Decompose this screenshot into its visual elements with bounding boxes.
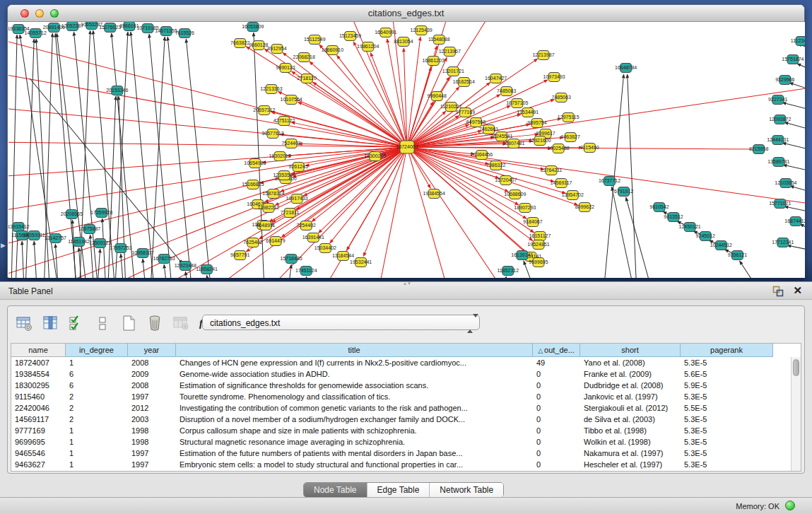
graph-node[interactable]: 9329966 bbox=[775, 76, 794, 85]
graph-node[interactable]: 12923448 bbox=[175, 262, 196, 271]
graph-node[interactable]: 9245012 bbox=[696, 232, 715, 241]
cell-in-degree[interactable]: 2 bbox=[66, 402, 128, 414]
cell-short[interactable]: Wolkin et al. (1998) bbox=[580, 436, 681, 448]
cell-year[interactable]: 2009 bbox=[128, 368, 176, 380]
cell-in-degree[interactable]: 6 bbox=[66, 368, 128, 380]
cell-pagerank[interactable]: 5.3E-5 bbox=[681, 436, 773, 448]
show-columns-icon[interactable] bbox=[41, 314, 59, 332]
graph-node[interactable]: 8099622 bbox=[575, 203, 594, 212]
cell-out-de-[interactable]: 0 bbox=[533, 402, 580, 414]
graph-node[interactable]: 9990448 bbox=[428, 92, 447, 101]
table-row[interactable]: 969969511998Structural magnetic resonanc… bbox=[11, 436, 801, 448]
graph-node[interactable]: 15112549 bbox=[304, 35, 326, 45]
graph-node[interactable]: 7663822 bbox=[230, 39, 249, 48]
cell-in-degree[interactable]: 6 bbox=[66, 380, 128, 391]
cell-in-degree[interactable]: 2 bbox=[66, 414, 128, 425]
graph-node[interactable]: 17957253 bbox=[110, 244, 131, 253]
cell-name[interactable]: 18724007 bbox=[11, 357, 66, 368]
cell-pagerank[interactable]: 5.5E-5 bbox=[681, 402, 773, 414]
column-header-short[interactable]: short bbox=[580, 344, 681, 357]
cell-year[interactable]: 1997 bbox=[128, 391, 176, 402]
cell-name[interactable]: 9777169 bbox=[11, 425, 66, 436]
graph-node[interactable]: 15123459 bbox=[339, 32, 361, 41]
graph-node[interactable]: 8215958 bbox=[749, 145, 768, 154]
split-pane-handle[interactable]: ▲▼ bbox=[403, 282, 409, 286]
table-row[interactable]: 946554611997Estimation of the future num… bbox=[11, 448, 801, 459]
cell-title[interactable]: Genome-wide association studies in ADHD. bbox=[176, 368, 533, 380]
graph-node[interactable]: 11123441 bbox=[791, 37, 805, 46]
cell-pagerank[interactable]: 5.3E-5 bbox=[681, 459, 773, 470]
cell-year[interactable]: 1998 bbox=[128, 436, 176, 448]
cell-out-de-[interactable]: 0 bbox=[533, 368, 580, 380]
delete-column-icon[interactable] bbox=[146, 314, 164, 332]
graph-node[interactable]: 7986322 bbox=[486, 161, 505, 170]
cell-pagerank[interactable]: 5.3E-5 bbox=[681, 414, 773, 425]
cell-out-de-[interactable]: 0 bbox=[533, 425, 580, 436]
cell-in-degree[interactable]: 1 bbox=[66, 448, 128, 459]
cell-name[interactable]: 9699695 bbox=[11, 436, 66, 448]
graph-node[interactable]: 42751122 bbox=[273, 117, 295, 126]
table-row[interactable]: 1830029562008Estimation of significance … bbox=[11, 380, 801, 391]
graph-node[interactable]: 11534491 bbox=[517, 108, 539, 117]
graph-node[interactable]: 18302012 bbox=[269, 152, 290, 161]
network-window-titlebar[interactable]: citations_edges.txt bbox=[8, 5, 804, 22]
graph-node[interactable]: 9261245 bbox=[289, 163, 308, 172]
cell-short[interactable]: Hescheler et al. (1997) bbox=[580, 459, 681, 470]
graph-node[interactable]: 13915412 bbox=[8, 223, 30, 232]
graph-node[interactable]: 12444131 bbox=[767, 136, 789, 145]
graph-node[interactable]: 19532441 bbox=[350, 258, 372, 267]
graph-node[interactable]: 12764211 bbox=[541, 166, 563, 175]
column-header-year[interactable]: year bbox=[128, 344, 176, 357]
graph-node[interactable]: 7485063 bbox=[551, 93, 570, 103]
cell-name[interactable]: 22420046 bbox=[11, 402, 66, 414]
cell-in-degree[interactable]: 1 bbox=[66, 357, 128, 368]
graph-node[interactable]: 17451124 bbox=[295, 267, 317, 276]
graph-node[interactable]: 19384554 bbox=[423, 189, 445, 199]
tab-node-table[interactable]: Node Table bbox=[304, 483, 367, 497]
cell-pagerank[interactable]: 5.3E-5 bbox=[681, 448, 773, 459]
table-selector-dropdown[interactable]: citations_edges.txt bbox=[202, 315, 480, 330]
cell-out-de-[interactable]: 0 bbox=[533, 459, 580, 470]
table-row[interactable]: 977716911998Corpus callosum shape and si… bbox=[11, 425, 801, 436]
cell-out-de-[interactable]: 0 bbox=[533, 448, 580, 459]
create-column-icon[interactable] bbox=[119, 314, 138, 332]
graph-node[interactable]: 15034402 bbox=[314, 244, 336, 253]
cell-title[interactable]: Estimation of significance thresholds fo… bbox=[176, 380, 533, 391]
cell-pagerank[interactable]: 5.3E-5 bbox=[681, 425, 773, 436]
graph-node[interactable]: 18660910 bbox=[322, 46, 343, 55]
graph-node[interactable]: 9860128 bbox=[249, 41, 268, 50]
cell-short[interactable]: Stergiakouli et al. (2012) bbox=[580, 402, 681, 414]
citation-network-graph[interactable]: 7663822986012889129542206821898901232718… bbox=[8, 22, 805, 278]
graph-node[interactable]: 12213967 bbox=[439, 47, 461, 57]
graph-node[interactable]: 17359928 bbox=[90, 209, 112, 218]
graph-node[interactable]: 7462661 bbox=[479, 125, 498, 134]
panel-collapse-arrow[interactable]: ▶ bbox=[1, 242, 6, 249]
cell-short[interactable]: Jankovic et al. (1997) bbox=[580, 391, 681, 402]
graph-node[interactable]: 19524851 bbox=[527, 240, 549, 250]
cell-pagerank[interactable]: 5.3E-5 bbox=[681, 357, 773, 368]
cell-short[interactable]: Dudbridge et al. (2008) bbox=[580, 380, 681, 391]
cell-year[interactable]: 1998 bbox=[128, 425, 176, 436]
graph-node[interactable]: 18757105 bbox=[506, 99, 528, 108]
graph-node[interactable]: 9463627 bbox=[561, 133, 580, 142]
cell-name[interactable]: 9115460 bbox=[11, 391, 66, 402]
graph-node[interactable]: 12103654 bbox=[775, 179, 796, 188]
column-header-out-de-[interactable]: △out_de... bbox=[533, 344, 580, 357]
graph-node[interactable]: 16162514 bbox=[453, 78, 475, 87]
table-row[interactable]: 1938455462009Genome-wide association stu… bbox=[11, 368, 801, 380]
graph-node[interactable]: 18907293 bbox=[514, 204, 536, 213]
column-header-in-degree[interactable]: in_degree bbox=[66, 344, 128, 357]
cell-pagerank[interactable]: 5.6E-5 bbox=[681, 368, 773, 380]
graph-node[interactable]: 7254402 bbox=[297, 221, 316, 230]
column-header-title[interactable]: title bbox=[176, 344, 533, 357]
table-row[interactable]: 2242004622012Investigating the contribut… bbox=[11, 402, 801, 414]
graph-node[interactable]: 13954702 bbox=[562, 191, 584, 200]
graph-node[interactable]: 10025488 bbox=[548, 144, 570, 153]
graph-node[interactable]: 16861203 bbox=[423, 57, 445, 66]
graph-node[interactable]: 30577613 bbox=[261, 129, 283, 139]
cell-pagerank[interactable]: 5.3E-5 bbox=[681, 391, 773, 402]
graph-node[interactable]: 12125439 bbox=[410, 26, 432, 35]
graph-node[interactable]: 13201721 bbox=[442, 67, 464, 76]
cell-short[interactable]: Franke et al. (2009) bbox=[580, 368, 681, 380]
cell-year[interactable]: 1997 bbox=[128, 459, 176, 470]
